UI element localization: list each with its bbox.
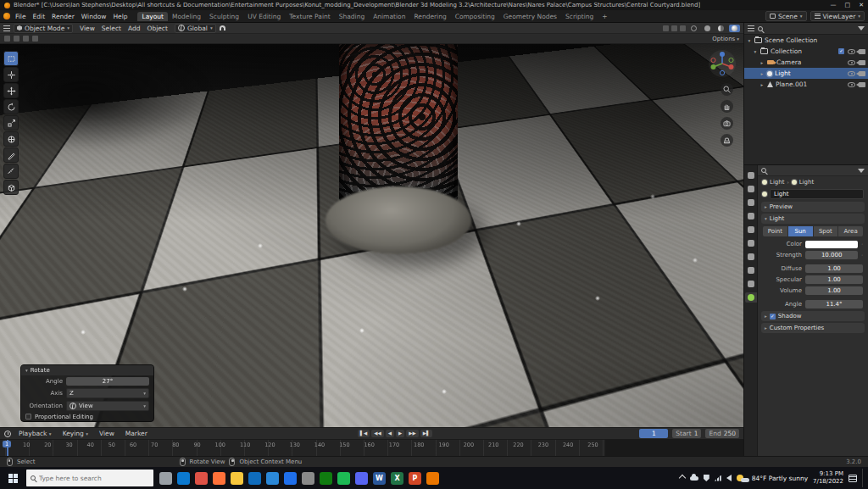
orientation-dropdown[interactable]: Global ▾ [175, 24, 216, 33]
transport-button[interactable]: ◀◀ [371, 430, 383, 437]
workspace-tab[interactable]: Animation [369, 12, 409, 21]
outliner-row-camera[interactable]: ▸ Camera [744, 57, 868, 68]
workspace-tab[interactable]: Rendering [409, 12, 450, 21]
expand-caret-icon[interactable]: ▸ [760, 71, 765, 76]
workspace-tab[interactable]: Geometry Nodes [499, 12, 561, 21]
frame-end-field[interactable]: End250 [705, 429, 739, 438]
strength-field[interactable]: 10.000 [805, 251, 858, 259]
onedrive-icon[interactable] [690, 476, 698, 481]
volume-icon[interactable] [726, 475, 732, 481]
menu-item[interactable]: Render [48, 13, 78, 20]
options-dropdown[interactable]: Options ▾ [712, 36, 739, 42]
shadow-panel-header[interactable]: ▸ ✓ Shadow [761, 311, 865, 321]
timeline-ruler[interactable]: 0102030405060708090100110120130140150160… [0, 439, 743, 456]
transport-button[interactable]: ▶ [396, 430, 404, 437]
taskbar-app-icon[interactable] [302, 472, 314, 485]
taskbar-app-icon[interactable] [284, 472, 297, 485]
security-shield-icon[interactable] [704, 475, 709, 481]
chevron-up-icon[interactable] [679, 475, 686, 481]
hide-eye-icon[interactable] [848, 82, 855, 87]
gizmo-toggle-icon[interactable] [663, 25, 669, 31]
mode-dropdown[interactable]: Object Mode ▾ [14, 24, 73, 33]
tab-render-icon[interactable] [745, 184, 757, 194]
pan-button[interactable] [721, 100, 733, 113]
light-panel-header[interactable]: ▾ Light [761, 214, 865, 224]
snap-magnet-icon[interactable] [220, 25, 225, 31]
taskbar-app-icon[interactable] [248, 472, 261, 485]
search-input[interactable] [39, 475, 132, 482]
proportional-editing-checkbox[interactable] [25, 414, 31, 420]
workspace-tab[interactable]: Shading [335, 12, 369, 21]
tool-add-cube-button[interactable] [3, 180, 19, 195]
shadow-checkbox[interactable]: ✓ [770, 314, 776, 320]
expand-caret-icon[interactable]: ▾ [753, 49, 758, 54]
taskbar-search[interactable] [26, 470, 153, 486]
animate-dot-icon[interactable]: · [861, 253, 863, 258]
blender-menu-icon[interactable] [3, 13, 10, 19]
angle-prop-field[interactable]: 11.4° [805, 300, 863, 308]
volume-field[interactable]: 1.00 [805, 286, 863, 295]
hide-eye-icon[interactable] [848, 71, 855, 76]
tool-setting-icon[interactable] [32, 36, 38, 42]
viewport-menu-item[interactable]: Add [125, 25, 144, 32]
tab-tool-icon[interactable] [745, 170, 757, 181]
preview-panel-header[interactable]: ▸ Preview [761, 202, 865, 212]
shading-solid-button[interactable] [702, 25, 713, 32]
playhead-frame-label[interactable]: 1 [3, 441, 11, 447]
taskbar-app-icon[interactable] [231, 472, 243, 485]
filter-funnel-icon[interactable] [858, 26, 865, 31]
taskbar-app-icon[interactable] [159, 472, 172, 485]
scene-selector[interactable]: Scene ▾ [765, 11, 807, 21]
color-swatch[interactable] [805, 241, 858, 248]
tool-setting-icon[interactable] [23, 36, 29, 42]
menu-item[interactable]: Help [109, 13, 131, 20]
axis-dropdown[interactable]: Z▾ [66, 388, 149, 398]
shading-material-button[interactable] [715, 25, 726, 32]
rotate-operator-panel[interactable]: ▾ Rotate Angle 27° Axis Z▾ Orientation V… [20, 364, 154, 422]
rotate-panel-header[interactable]: ▾ Rotate [21, 365, 153, 375]
action-center-icon[interactable] [849, 475, 857, 482]
current-frame-field[interactable]: 1 [639, 429, 668, 438]
workspace-tab[interactable]: Layout [137, 12, 168, 21]
start-button[interactable] [2, 467, 24, 489]
close-button[interactable]: ✕ [859, 2, 864, 8]
playback-menu[interactable]: Playback ▾ [15, 430, 55, 437]
tool-transform-button[interactable] [3, 131, 19, 147]
keying-menu[interactable]: Keying ▾ [59, 430, 92, 437]
expand-caret-icon[interactable]: ▸ [760, 82, 765, 87]
menu-item[interactable]: Window [78, 13, 110, 20]
editor-type-icon[interactable] [3, 25, 10, 31]
overlays-toggle-icon[interactable] [671, 25, 677, 31]
workspace-tab[interactable]: Scripting [561, 12, 598, 21]
tab-scene-icon[interactable] [745, 225, 757, 235]
datablock-name-field[interactable]: Light [770, 189, 864, 199]
xray-toggle-icon[interactable] [680, 25, 686, 31]
transport-button[interactable]: ◀ [386, 430, 394, 437]
network-icon[interactable] [715, 475, 721, 481]
workspace-tab[interactable]: Sculpting [205, 12, 243, 21]
tab-object-data-icon[interactable] [745, 292, 757, 303]
tool-measure-button[interactable] [3, 164, 19, 179]
tool-rotate-button[interactable] [3, 99, 19, 114]
transport-button[interactable]: ▶▶ [406, 430, 418, 437]
workspace-tab[interactable]: UV Editing [243, 12, 285, 21]
workspace-tab[interactable]: Texture Paint [285, 12, 334, 21]
viewport-canvas[interactable]: ▾ Rotate Angle 27° Axis Z▾ Orientation V… [0, 44, 743, 427]
expand-caret-icon[interactable]: ▸ [760, 60, 765, 65]
workspace-tab[interactable]: + [598, 12, 611, 21]
frame-start-field[interactable]: Start1 [672, 429, 701, 438]
viewport-menu-item[interactable]: Select [98, 25, 125, 32]
transport-button[interactable]: ▌◀ [358, 430, 370, 437]
outliner-row-collection[interactable]: ▾ Collection ✓ [744, 46, 868, 57]
specular-field[interactable]: 1.00 [805, 275, 863, 284]
disable-render-icon[interactable] [859, 60, 865, 65]
properties-filter-icon[interactable] [858, 169, 865, 173]
disable-render-icon[interactable] [859, 49, 865, 54]
taskbar-app-icon[interactable] [337, 472, 350, 485]
tab-physics-icon[interactable] [745, 279, 757, 289]
viewport-menu-item[interactable]: View [76, 25, 98, 32]
outliner-row-light[interactable]: ▸ Light [744, 68, 868, 79]
outliner-editor-icon[interactable] [748, 25, 754, 31]
tool-cursor-button[interactable] [3, 67, 19, 82]
shading-rendered-button[interactable] [729, 25, 740, 32]
